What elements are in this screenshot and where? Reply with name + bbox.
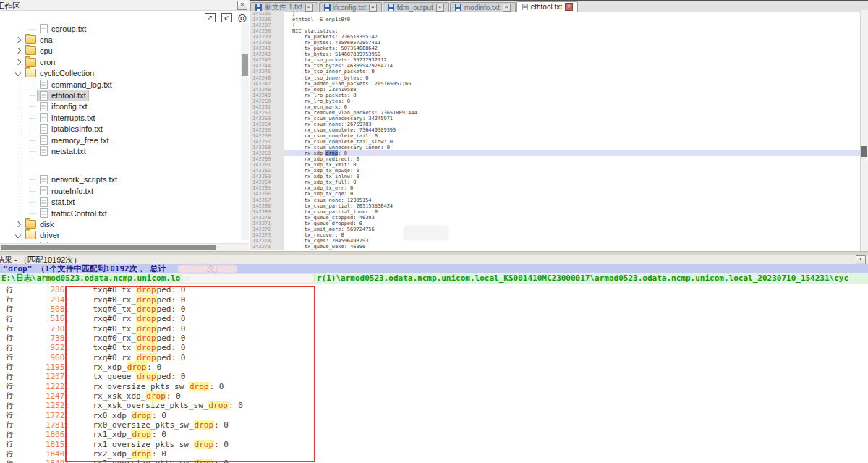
code-line[interactable]: 142240 rx_bytes: 735960572057411 [250, 40, 861, 46]
code-line[interactable]: 142263 rx_xdp_tx_inlnw: 0 [250, 174, 861, 179]
tree-horizontal-scrollbar-thumb[interactable] [1, 245, 216, 250]
result-row-line-1840[interactable]: 行1840: rx2_xdp_drop: 0 [0, 449, 868, 459]
search-summary-row[interactable]: 索 "drop" （1个文件中匹配到10192次， 总计次） [0, 264, 868, 273]
result-row-line-1849[interactable]: 行1849: rx2_oversize_pkts_sw_drop: 0 [0, 459, 868, 463]
result-row-line-294[interactable]: 行294: rxq#0_rx_dropped: 0 [0, 294, 868, 304]
workspace-close-icon[interactable]: × [237, 1, 247, 10]
code-line[interactable]: 142257 rx_csum_complete_tail_slow: 0 [250, 139, 861, 145]
tab-close-icon[interactable]: × [305, 4, 313, 12]
tree-item-driver[interactable]: driver [0, 230, 239, 241]
result-row-line-1781[interactable]: 行1781: rx0_oversize_pkts_sw_drop: 0 [0, 420, 868, 430]
code-line[interactable]: 142262 rx_xdp_tx_mpwqe: 0 [250, 168, 861, 174]
code-line[interactable]: 142250 rx_lro_bytes: 0 [250, 98, 861, 104]
tree-item-interrupts-txt[interactable]: interrupts.txt [0, 112, 239, 123]
result-row-line-1207[interactable]: 行1207: tx_queue_dropped: 0 [0, 372, 868, 381]
code-line[interactable]: 142238NIC statistics: [250, 28, 861, 34]
code-line[interactable]: 142255 rx_csum_complete: 736449389393 [250, 127, 861, 133]
tree-item-cpu[interactable]: cpu [0, 46, 239, 56]
tree-horizontal-scrollbar[interactable] [0, 243, 249, 251]
code-line[interactable]: 142256 rx_csum_complete_tail: 0 [250, 133, 861, 139]
result-row-line-508[interactable]: 行508: txq#0_tx_dropped: 0 [0, 305, 868, 314]
tree-item-cycliccollection[interactable]: cyclicCollection [0, 68, 239, 79]
code-line[interactable]: 142272 tx_xmit_more: 569724756 [250, 226, 861, 232]
tree-item-cron[interactable]: cron [0, 56, 239, 67]
result-row-line-1772[interactable]: 行1772: rx0_xdp_drop: 0 [0, 410, 868, 420]
editor-vertical-scrollbar-thumb[interactable] [861, 146, 867, 157]
collapse-panel-icon[interactable]: ↙ [221, 13, 232, 22]
tree-item-iptablesinfo-txt[interactable]: iptablesInfo.txt [0, 124, 239, 135]
tree-item-command-log-txt[interactable]: command_log.txt [0, 79, 239, 90]
tree-item-routeinfo-txt[interactable]: routeInfo.txt [0, 185, 239, 196]
code-line[interactable]: 142254 rx_csum_none: 26759783 [250, 122, 861, 127]
tab-close-icon[interactable]: × [503, 4, 511, 12]
code-line[interactable]: 142242 tx_bytes: 514607839753959 [250, 51, 861, 57]
code-line[interactable]: 142253 rx_csum_unnecessary: 34245971 [250, 116, 861, 122]
tree-item-disk[interactable]: disk [0, 218, 239, 229]
tree-item-cgroup-txt[interactable]: cgroup.txt [0, 23, 239, 34]
tab-close-icon[interactable]: × [436, 4, 444, 12]
result-row-line-730[interactable]: 行730: txq#0_tx_dropped: 0 [0, 323, 868, 333]
tree-vertical-scrollbar-thumb[interactable] [242, 54, 248, 76]
chevron-down-icon[interactable] [15, 232, 21, 238]
tree-item-stat-txt[interactable]: stat.txt [0, 196, 239, 207]
code-line[interactable]: 142248 tx_nop: 232419588 [250, 87, 861, 93]
result-file-path-row[interactable]: E:\日志\armod0523.odata.ncmp.unicom.loca r… [0, 273, 868, 284]
code-line[interactable]: 142270 tx_queue_stopped: 46393 [250, 215, 861, 221]
locate-file-icon[interactable]: ◎ [238, 12, 247, 22]
code-line[interactable]: 142273 tx_recover: 0 [250, 232, 861, 238]
result-row-line-1195[interactable]: 行1195: rx_xdp_drop: 0 [0, 362, 868, 372]
result-row-line-1247[interactable]: 行1247: rx_xsk_xdp_drop: 0 [0, 391, 868, 401]
tree-vertical-scrollbar[interactable] [241, 23, 249, 240]
result-row-line-952[interactable]: 行952: txq#0_tx_dropped: 0 [0, 343, 868, 352]
tree-item-trafficcontrol-txt[interactable]: trafficControl.txt [0, 208, 239, 218]
code-line[interactable]: 142260 rx_xdp_redirect: 0 [250, 156, 861, 162]
code-line[interactable]: 142261 rx_xdp_tx_xmit: 0 [250, 162, 861, 168]
tree-item-network-scripts-txt[interactable]: network_scripts.txt [0, 174, 239, 185]
code-line[interactable]: 142269 tx_csum_partial_inner: 0 [250, 209, 861, 215]
code-line[interactable]: 142244 tx_tso_bytes: 463099429284214 [250, 63, 861, 69]
code-line[interactable]: 142247 tx_added_vlan_packets: 2051659571… [250, 81, 861, 87]
tree-item-ethtool-txt[interactable]: ethtool.txt [0, 90, 239, 101]
tree-item-netstat-txt[interactable]: netstat.txt [0, 145, 239, 156]
code-line[interactable]: 142237{ [250, 22, 861, 28]
result-row-line-516[interactable]: 行516: rxq#0_rx_dropped: 0 [0, 314, 868, 323]
chevron-right-icon[interactable] [15, 221, 21, 227]
expand-panel-icon[interactable]: ↗ [205, 13, 216, 22]
tab-ethtool-txt[interactable]: ethtool.txt× [516, 1, 578, 12]
result-row-line-1806[interactable]: 行1806: rx1_xdp_drop: 0 [0, 430, 868, 439]
code-line[interactable]: 142251 rx_ecn_mark: 0 [250, 104, 861, 110]
code-line[interactable]: 142275 tx_queue_wake: 46396 [250, 244, 861, 250]
chevron-right-icon[interactable] [15, 37, 21, 43]
code-line[interactable]: 142236ethtool -S enp1s0f0 [250, 17, 861, 22]
code-line[interactable]: 142259 rx_xdp_drop: 0 [250, 150, 861, 156]
result-row-line-960[interactable]: 行960: rxq#0_rx_dropped: 0 [0, 352, 868, 362]
tree-item-ifconfig-txt[interactable]: ifconfig.txt [0, 101, 239, 112]
code-line[interactable]: 142264 rx_xdp_tx_full: 0 [250, 179, 861, 185]
result-row-line-1815[interactable]: 行1815: rx1_oversize_pkts_sw_drop: 0 [0, 440, 868, 449]
code-line[interactable]: 142268 tx_csum_partial: 205153836424 [250, 203, 861, 209]
chevron-right-icon[interactable] [15, 48, 21, 54]
code-line[interactable]: 142235} [250, 11, 861, 17]
code-line[interactable]: 142258 rx_csum_unnecessary_inner: 0 [250, 145, 861, 150]
tab-close-icon[interactable]: × [565, 3, 573, 11]
result-row-line-738[interactable]: 行738: rxq#0_rx_dropped: 0 [0, 334, 868, 343]
tree-item-memory-free-txt[interactable]: memory_free.txt [0, 135, 239, 145]
code-line[interactable]: 142241 tx_packets: 507354668642 [250, 46, 861, 51]
tab-close-icon[interactable]: × [369, 4, 377, 12]
code-line[interactable]: 142252 rx_removed_vlan_packets: 73651009… [250, 110, 861, 116]
result-row-line-1252[interactable]: 行1252: rx_xsk_oversize_pkts_sw_drop: 0 [0, 401, 868, 410]
chevron-right-icon[interactable] [15, 59, 21, 65]
code-line[interactable]: 142266 rx_xdp_tx_cqe: 0 [250, 191, 861, 197]
code-line[interactable]: 142249 rx_lro_packets: 0 [250, 93, 861, 98]
code-line[interactable]: 142246 tx_tso_inner_bytes: 0 [250, 75, 861, 81]
result-row-line-286[interactable]: 行286: txq#0_tx_dropped: 0 [0, 285, 868, 294]
code-line[interactable]: 142271 tx_queue_dropped: 0 [250, 221, 861, 226]
code-line[interactable]: 142239 rx_packets: 736510395147 [250, 34, 861, 40]
result-row-line-1222[interactable]: 行1222: rx_oversize_pkts_sw_drop: 0 [0, 381, 868, 391]
tree-item-cna[interactable]: cna [0, 34, 239, 45]
code-line[interactable]: 142265 rx_xdp_tx_err: 0 [250, 185, 861, 191]
code-line[interactable]: 142274 tx_cqes: 204596498793 [250, 238, 861, 244]
chevron-down-icon[interactable] [15, 70, 21, 76]
code-editor[interactable]: 142235}142236ethtool -S enp1s0f0142237{1… [250, 11, 861, 251]
code-line[interactable]: 142245 tx_tso_inner_packets: 0 [250, 69, 861, 75]
